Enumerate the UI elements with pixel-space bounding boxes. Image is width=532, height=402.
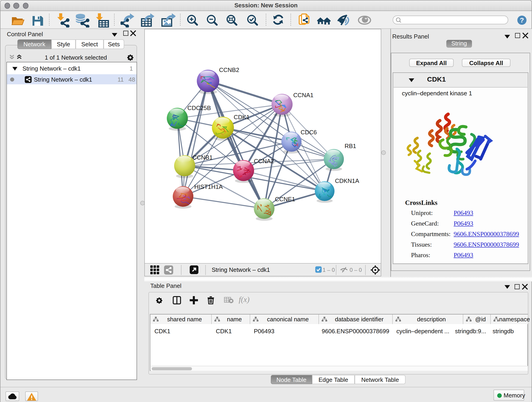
- svg-text:CCNA2: CCNA2: [254, 158, 274, 165]
- svg-text:CDC6: CDC6: [301, 129, 317, 136]
- svg-text:CCNA1: CCNA1: [293, 92, 313, 99]
- svg-text:RB1: RB1: [345, 143, 356, 149]
- svg-text:CCNB2: CCNB2: [219, 66, 239, 73]
- svg-text:CDC25B: CDC25B: [187, 104, 211, 111]
- svg-text:CDKN1A: CDKN1A: [335, 177, 359, 184]
- svg-text:HIST1H1A: HIST1H1A: [194, 183, 223, 190]
- svg-text:CCNE1: CCNE1: [275, 196, 295, 203]
- svg-text:?: ?: [520, 16, 524, 24]
- svg-text:CDK1: CDK1: [234, 114, 249, 121]
- svg-text:CCNB1: CCNB1: [192, 154, 213, 161]
